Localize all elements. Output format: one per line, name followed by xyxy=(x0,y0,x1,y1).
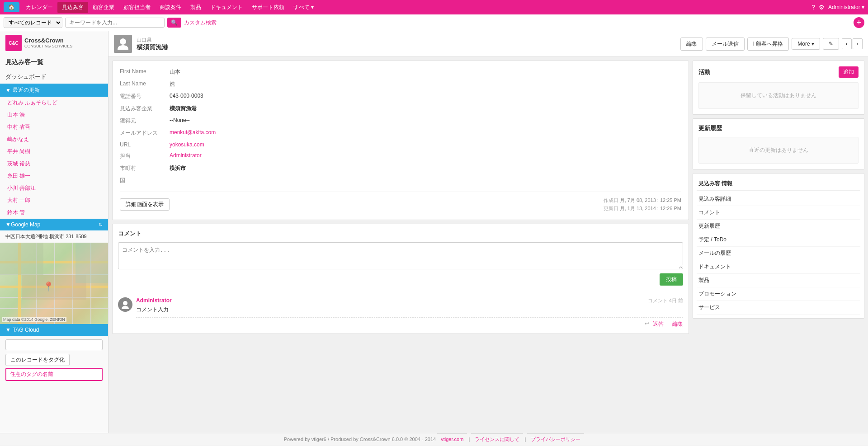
comment-body-0: Administrator コメント 4日 前 コメント入力 ↩ 返答 | 編集 xyxy=(136,297,683,328)
map-refresh-icon[interactable]: ↻ xyxy=(99,222,103,228)
owner-label: 担当 xyxy=(120,152,170,160)
license-link[interactable]: ライセンスに関して xyxy=(471,433,523,445)
sidebar-link-email-history[interactable]: メールの履歴 xyxy=(697,247,860,260)
sidebar-link-lead-detail[interactable]: 見込み客詳細 xyxy=(697,192,860,206)
vtiger-link[interactable]: vtiger.com xyxy=(437,433,467,445)
owner-value[interactable]: Administrator xyxy=(170,152,681,160)
google-map-widget[interactable]: Map data ©2014 Google, ZENRIN 📍 xyxy=(0,243,108,324)
prev-record-button[interactable]: ‹ xyxy=(842,38,852,49)
phone-label: 電話番号 xyxy=(120,93,170,100)
sidebar-link-comment[interactable]: コメント xyxy=(697,206,860,220)
admin-menu[interactable]: Administrator ▾ xyxy=(828,4,864,10)
more-button[interactable]: More ▾ xyxy=(792,38,820,50)
tag-name-display[interactable]: 任意のタグの名前 xyxy=(5,368,103,381)
google-map-section[interactable]: ▼ Google Map ↻ xyxy=(0,219,108,230)
sidebar-link-services[interactable]: サービス xyxy=(697,301,860,315)
email-label: メールアドレス xyxy=(120,129,170,137)
divider-separator: | xyxy=(667,320,669,328)
convert-button[interactable]: I 顧客へ昇格 xyxy=(747,38,789,51)
recent-item-0[interactable]: どれみ ふぁそらしど xyxy=(0,97,108,109)
search-input[interactable] xyxy=(65,18,165,28)
comment-divider xyxy=(136,317,683,318)
send-email-button[interactable]: メール送信 xyxy=(706,38,745,51)
sidebar-list-title[interactable]: 見込み客一覧 xyxy=(0,55,108,70)
tag-cloud-section[interactable]: ▼ TAG Cloud xyxy=(0,324,108,336)
comment-meta-0: Administrator コメント 4日 前 xyxy=(136,297,683,304)
recent-item-7[interactable]: 小川 善部江 xyxy=(0,182,108,194)
content-area: 山口県 横須賀漁港 編集 メール送信 I 顧客へ昇格 More ▾ ✎ ‹ › xyxy=(108,31,868,433)
tag-text-input[interactable] xyxy=(5,339,103,350)
chevron-down-icon: ▾ xyxy=(811,41,814,47)
page-footer: Powered by vtiger6 / Produced by Cross&C… xyxy=(0,433,868,446)
recent-item-9[interactable]: 鈴木 管 xyxy=(0,207,108,219)
sidebar-link-promotions[interactable]: プロモーション xyxy=(697,287,860,301)
nav-item-deals[interactable]: 商談案件 xyxy=(155,2,186,13)
record-type-select[interactable]: すべてのレコード xyxy=(4,17,62,28)
person-icon xyxy=(116,37,130,51)
recent-item-4[interactable]: 平井 尚樹 xyxy=(0,146,108,158)
email-value[interactable]: menkui@akita.com xyxy=(170,129,681,137)
url-value[interactable]: yokosuka.com xyxy=(170,141,681,148)
comment-author-0[interactable]: Administrator xyxy=(136,297,172,304)
detail-dates: 作成日 月, 7月 08, 2013 : 12:25 PM 更新日 月, 1月 … xyxy=(604,197,681,212)
add-activity-button[interactable]: 追加 xyxy=(839,66,859,78)
sidebar-link-schedule[interactable]: 予定 / ToDo xyxy=(697,233,860,247)
pencil-icon-btn[interactable]: ✎ xyxy=(823,38,839,50)
help-icon[interactable]: ? xyxy=(811,4,815,11)
privacy-link[interactable]: プライバシーポリシー xyxy=(527,433,584,445)
comment-input[interactable] xyxy=(118,242,683,269)
last-name-row: Last Name 浩 xyxy=(120,80,681,88)
comment-text-0: コメント入力 xyxy=(136,306,683,314)
edit-comment-link[interactable]: 編集 xyxy=(672,320,683,328)
map-address-text: 中区日本大通2番地 横浜市 231-8589 xyxy=(0,230,108,243)
nav-item-leads[interactable]: 見込み客 xyxy=(57,2,88,13)
recent-updates-section[interactable]: ▼ 最近の更新 xyxy=(0,84,108,97)
search-button[interactable]: 🔍 xyxy=(167,18,181,28)
next-record-button[interactable]: › xyxy=(853,38,863,49)
comment-card: コメント 投稿 xyxy=(112,224,689,334)
edit-button[interactable]: 編集 xyxy=(680,38,703,51)
first-name-row: First Name 山本 xyxy=(120,68,681,76)
add-record-button[interactable]: + xyxy=(854,17,864,28)
sidebar-link-documents[interactable]: ドキュメント xyxy=(697,260,860,274)
nav-item-support[interactable]: サポート依頼 xyxy=(247,2,289,13)
country-label: 国 xyxy=(120,177,170,184)
comment-submit-button[interactable]: 投稿 xyxy=(660,273,683,286)
nav-home-btn[interactable]: 🏠 xyxy=(4,2,19,12)
recent-item-2[interactable]: 中村 省吾 xyxy=(0,121,108,133)
right-sidebar-panel: 見込み客 情報 見込み客詳細 コメント 更新履歴 予定 / ToDo メールの履… xyxy=(693,173,864,319)
source-row: 獲得元 --None-- xyxy=(120,117,681,125)
reply-link[interactable]: 返答 xyxy=(653,320,664,328)
recent-item-1[interactable]: 山本 浩 xyxy=(0,109,108,121)
record-header: 山口県 横須賀漁港 編集 メール送信 I 顧客へ昇格 More ▾ ✎ ‹ › xyxy=(108,31,868,57)
nav-item-contacts[interactable]: 顧客担当者 xyxy=(119,2,155,13)
recent-item-8[interactable]: 大村 一郎 xyxy=(0,194,108,207)
sidebar-link-products[interactable]: 製品 xyxy=(697,274,860,287)
left-sidebar: C&C Cross&Crown CONSULTING SERVICES 見込み客… xyxy=(0,31,108,433)
nav-item-calendar[interactable]: カレンダー xyxy=(21,2,57,13)
recent-item-3[interactable]: 嶋かなえ xyxy=(0,133,108,146)
tag-record-button[interactable]: このレコードをタグ化 xyxy=(5,354,70,366)
sidebar-dashboard[interactable]: ダッシュボード xyxy=(0,70,108,84)
reply-icon: ↩ xyxy=(645,320,649,328)
nav-item-products[interactable]: 製品 xyxy=(186,2,206,13)
map-copyright: Map data ©2014 Google, ZENRIN xyxy=(2,317,66,322)
nav-item-documents[interactable]: ドキュメント xyxy=(206,2,247,13)
settings-icon[interactable]: ⚙ xyxy=(819,4,825,11)
tag-input-area xyxy=(5,339,103,350)
created-label-text: 作成日 xyxy=(604,197,618,203)
first-name-value: 山本 xyxy=(170,68,681,76)
commenter-person-icon xyxy=(121,300,130,309)
show-detail-button[interactable]: 詳細画面を表示 xyxy=(120,198,170,211)
update-history-empty: 直近の更新はありません xyxy=(698,137,859,164)
recent-item-6[interactable]: 糸田 雄一 xyxy=(0,170,108,182)
custom-search-link[interactable]: カスタム検索 xyxy=(184,19,217,27)
nav-item-all[interactable]: すべて ▾ xyxy=(289,2,318,13)
nav-right-area: ? ⚙ Administrator ▾ xyxy=(811,4,864,11)
record-label: 山口県 xyxy=(137,37,680,43)
detail-card: First Name 山本 Last Name 浩 電話番号 043-000-0… xyxy=(112,61,689,220)
sidebar-link-update-history[interactable]: 更新履歴 xyxy=(697,220,860,233)
city-value: 横浜市 xyxy=(170,164,681,172)
nav-item-accounts[interactable]: 顧客企業 xyxy=(88,2,119,13)
recent-item-5[interactable]: 茨城 裕慈 xyxy=(0,158,108,170)
